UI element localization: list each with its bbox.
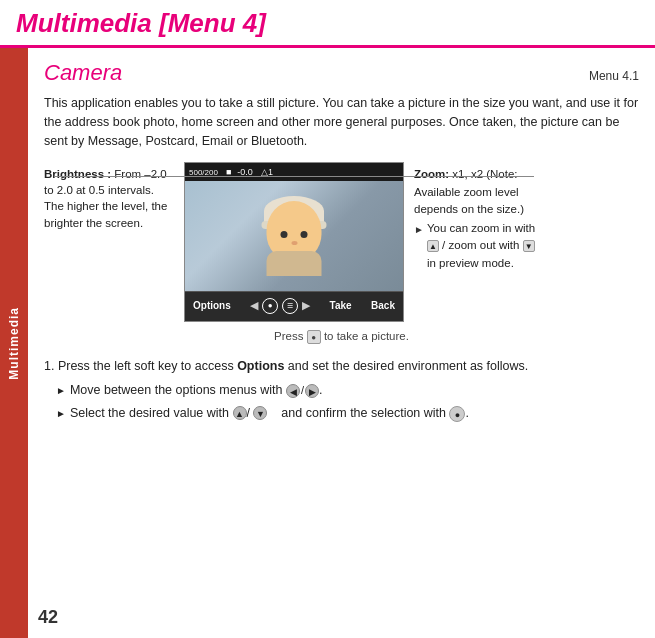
sub-arrow1: ► — [56, 383, 66, 399]
nav-buttons-lr: ◀ / ▶ — [286, 382, 319, 400]
sub-arrow2: ► — [56, 406, 66, 422]
bullet-arrow1: ► — [414, 222, 424, 237]
instruction-main: 1. Press the left soft key to access Opt… — [44, 356, 639, 376]
phone-screen: 500/200 ■ -0.0 △1 — [184, 162, 404, 322]
arrow-right-icon: ▶ — [302, 299, 310, 312]
brightness-label: Brightness : — [44, 168, 111, 180]
page-number: 42 — [28, 607, 58, 628]
instruction-sub2: ► Select the desired value with ▲/ ▼ and… — [56, 403, 639, 423]
press-text: Press — [274, 330, 303, 342]
down-nav-icon: ▼ — [523, 240, 535, 252]
nav-down-btn: ▼ — [253, 406, 267, 420]
zoom-label: Zoom: — [414, 168, 449, 180]
baby-face — [259, 196, 329, 276]
nav-up-btn: ▲ — [233, 406, 247, 420]
top-bar: Multimedia [Menu 4] — [0, 0, 655, 48]
phone-screen-wrapper: 500/200 ■ -0.0 △1 — [184, 162, 404, 322]
nav-right-btn: ▶ — [305, 384, 319, 398]
phone-bottom-bar: Options ◀ ● ☰ ▶ Take Back — [185, 291, 403, 319]
baby-photo — [185, 181, 403, 291]
baby-eye-right — [301, 231, 308, 238]
camera-demo: Brightness : From –2.0 to 2.0 at 0.5 int… — [44, 162, 639, 322]
phone-status-bar: 500/200 ■ -0.0 △1 — [185, 163, 403, 181]
annotation-line-top — [54, 176, 534, 177]
softkey-center: Take — [330, 300, 352, 311]
press-caption: Press ● to take a picture. — [44, 330, 639, 344]
zoom-bullet-text: You can zoom in with ▲ / zoom out with ▼… — [427, 220, 544, 272]
arrow-left-icon: ◀ — [250, 299, 258, 312]
description: This application enables you to take a s… — [44, 94, 639, 150]
softkey-left: Options — [193, 300, 231, 311]
phone-icons: ◀ ● ☰ ▶ — [250, 298, 310, 314]
menu-number: Menu 4.1 — [589, 69, 639, 83]
zoom-annotation: Zoom: x1, x2 (Note: Available zoom level… — [414, 162, 544, 272]
baby-nose — [291, 241, 297, 245]
press-text2: to take a picture. — [324, 330, 409, 342]
brightness-annotation: Brightness : From –2.0 to 2.0 at 0.5 int… — [44, 162, 174, 230]
up-nav-icon: ▲ — [427, 240, 439, 252]
instructions: 1. Press the left soft key to access Opt… — [44, 356, 639, 423]
sidebar-label: Multimedia — [7, 307, 21, 380]
section-title: Camera — [44, 60, 122, 86]
confirm-btn: ● — [449, 406, 465, 422]
main-content: Camera Menu 4.1 This application enables… — [28, 48, 655, 434]
capture-button-icon: ● — [307, 330, 321, 344]
page-title: Multimedia [Menu 4] — [16, 8, 639, 39]
settings-icon: ☰ — [282, 298, 298, 314]
nav-left-btn: ◀ — [286, 384, 300, 398]
camera-icon: ● — [262, 298, 278, 314]
softkey-right: Back — [371, 300, 395, 311]
baby-eye-left — [281, 231, 288, 238]
sidebar: Multimedia — [0, 48, 28, 638]
baby-body — [267, 251, 322, 276]
section-header: Camera Menu 4.1 — [44, 60, 639, 86]
description-text: This application enables you to take a s… — [44, 96, 638, 148]
zoom-bullet1: ► You can zoom in with ▲ / zoom out with… — [414, 220, 544, 272]
instruction-sub1: ► Move between the options menus with ◀ … — [56, 380, 639, 400]
